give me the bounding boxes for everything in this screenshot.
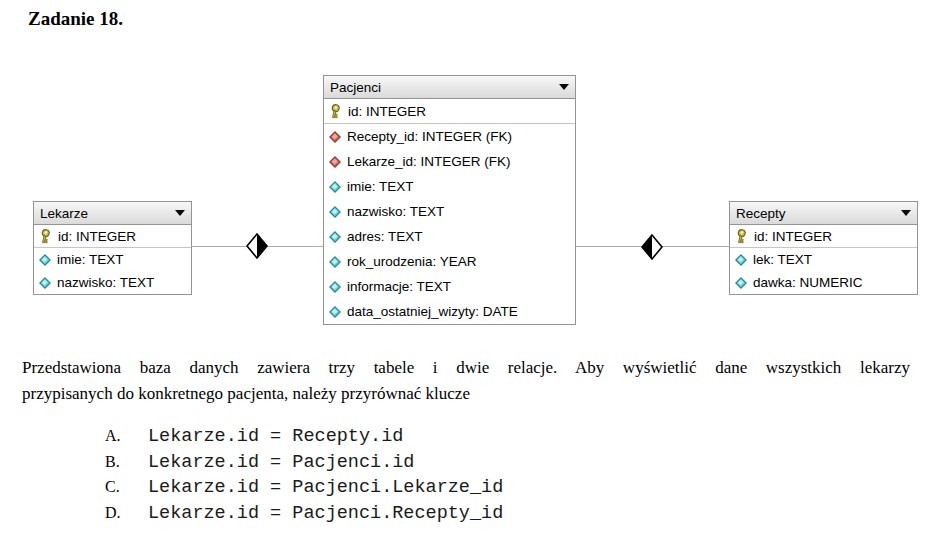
table-header: Lekarze: [34, 202, 191, 225]
chevron-down-icon[interactable]: [175, 210, 185, 216]
column-label: informacje: TEXT: [347, 279, 451, 294]
attribute-icon: [329, 256, 341, 268]
task-title: Zadanie 18.: [28, 8, 123, 30]
column-label: nazwisko: TEXT: [57, 275, 154, 290]
table-row: rok_urodzenia: YEAR: [324, 249, 575, 274]
option-letter: B.: [105, 453, 148, 471]
option-letter: D.: [105, 504, 148, 522]
attribute-icon: [329, 231, 341, 243]
table-row: adres: TEXT: [324, 224, 575, 249]
column-label: Recepty_id: INTEGER (FK): [347, 129, 512, 144]
table-row: data_ostatniej_wizyty: DATE: [324, 299, 575, 324]
table-name: Pacjenci: [330, 80, 381, 95]
table-row: Recepty_id: INTEGER (FK): [324, 124, 575, 149]
option-code: Lekarze.id = Pacjenci.id: [148, 452, 414, 473]
option-letter: A.: [105, 427, 148, 445]
table-row: imie: TEXT: [34, 248, 191, 271]
column-label: adres: TEXT: [347, 229, 423, 244]
answer-option-a: A. Lekarze.id = Recepty.id: [105, 426, 503, 452]
foreign-key-icon: [329, 131, 341, 143]
answer-option-d: D. Lekarze.id = Pacjenci.Recepty_id: [105, 503, 503, 529]
option-code: Lekarze.id = Recepty.id: [148, 426, 403, 447]
option-code: Lekarze.id = Pacjenci.Lekarze_id: [148, 477, 503, 498]
attribute-icon: [39, 277, 51, 289]
table-row: imie: TEXT: [324, 174, 575, 199]
attribute-icon: [39, 254, 51, 266]
column-label: id: INTEGER: [348, 104, 426, 119]
attribute-icon: [329, 206, 341, 218]
chevron-down-icon[interactable]: [901, 210, 911, 216]
column-label: id: INTEGER: [58, 229, 136, 244]
attribute-icon: [735, 277, 747, 289]
table-row: Lekarze_id: INTEGER (FK): [324, 149, 575, 174]
option-code: Lekarze.id = Pacjenci.Recepty_id: [148, 503, 503, 524]
table-row: informacje: TEXT: [324, 274, 575, 299]
primary-key-icon: [39, 229, 52, 244]
column-label: imie: TEXT: [57, 252, 124, 267]
answer-option-c: C. Lekarze.id = Pacjenci.Lekarze_id: [105, 477, 503, 503]
table-row: id: INTEGER: [34, 225, 191, 248]
table-pacjenci: Pacjenci id: INTEGER Recepty_id: INTEGER…: [323, 75, 576, 325]
option-letter: C.: [105, 478, 148, 496]
table-name: Recepty: [736, 206, 786, 221]
relation-diamond-icon: [246, 233, 268, 259]
attribute-icon: [329, 181, 341, 193]
column-label: data_ostatniej_wizyty: DATE: [347, 304, 518, 319]
column-label: Lekarze_id: INTEGER (FK): [347, 154, 511, 169]
question-line: Przedstawiona baza danych zawiera trzy t…: [22, 355, 910, 381]
answer-options: A. Lekarze.id = Recepty.id B. Lekarze.id…: [105, 426, 503, 528]
chevron-down-icon[interactable]: [559, 84, 569, 90]
primary-key-icon: [735, 229, 748, 244]
table-header: Recepty: [730, 202, 917, 225]
question-text: Przedstawiona baza danych zawiera trzy t…: [22, 355, 910, 407]
table-recepty: Recepty id: INTEGER lek: TEXT dawka: NUM…: [729, 201, 918, 295]
answer-option-b: B. Lekarze.id = Pacjenci.id: [105, 452, 503, 478]
column-label: lek: TEXT: [753, 252, 812, 267]
foreign-key-icon: [329, 156, 341, 168]
table-row: lek: TEXT: [730, 248, 917, 271]
column-label: imie: TEXT: [347, 179, 414, 194]
attribute-icon: [329, 281, 341, 293]
table-row: dawka: NUMERIC: [730, 271, 917, 294]
table-row: id: INTEGER: [324, 99, 575, 124]
column-label: id: INTEGER: [754, 229, 832, 244]
column-label: dawka: NUMERIC: [753, 275, 863, 290]
table-row: nazwisko: TEXT: [324, 199, 575, 224]
relation-diamond-icon: [641, 234, 663, 260]
attribute-icon: [735, 254, 747, 266]
table-lekarze: Lekarze id: INTEGER imie: TEXT nazwisko:…: [33, 201, 192, 295]
table-header: Pacjenci: [324, 76, 575, 99]
question-line: przypisanych do konkretnego pacjenta, na…: [22, 381, 910, 407]
attribute-icon: [329, 306, 341, 318]
table-row: id: INTEGER: [730, 225, 917, 248]
column-label: nazwisko: TEXT: [347, 204, 444, 219]
exam-task-page: Zadanie 18. Lekarze id: INTEGER imie: TE…: [0, 0, 931, 534]
table-row: nazwisko: TEXT: [34, 271, 191, 294]
column-label: rok_urodzenia: YEAR: [347, 254, 477, 269]
table-name: Lekarze: [40, 206, 88, 221]
primary-key-icon: [329, 104, 342, 119]
